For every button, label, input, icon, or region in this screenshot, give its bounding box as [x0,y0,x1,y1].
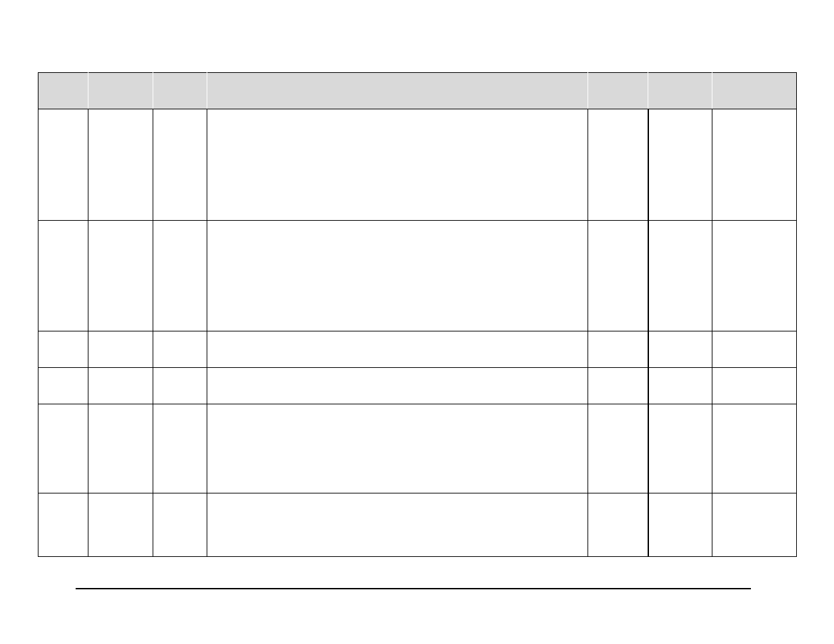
table-cell [207,493,588,557]
table-cell [712,331,797,368]
table-header-cell [712,73,797,109]
table-cell [88,109,153,221]
table-cell [153,221,207,331]
table-cell [88,221,153,331]
document-page [0,0,834,644]
table-cell [153,368,207,404]
main-table [38,72,797,557]
table-cell [207,368,588,404]
table-cell [588,404,648,493]
table-row [38,493,797,557]
footer-divider [76,588,751,589]
table-cell [712,109,797,221]
table-cell [648,109,712,221]
table-header-row [38,73,797,109]
table-cell [38,221,88,331]
table-cell [153,331,207,368]
table-cell [712,368,797,404]
table-cell [588,221,648,331]
table-header-cell [88,73,153,109]
table-cell [88,493,153,557]
table-cell [588,368,648,404]
table-cell [207,404,588,493]
table-cell [648,404,712,493]
table-cell [648,221,712,331]
table-header-cell [588,73,648,109]
table-cell [207,331,588,368]
table-cell [588,109,648,221]
table-header-cell [38,73,88,109]
table-cell [648,493,712,557]
table-cell [88,368,153,404]
table-header-cell [648,73,712,109]
table-cell [153,493,207,557]
table-cell [207,221,588,331]
table-cell [712,493,797,557]
table-row [38,404,797,493]
table-row [38,368,797,404]
table-cell [38,331,88,368]
table-cell [88,331,153,368]
table-row [38,109,797,221]
table-cell [712,221,797,331]
table-cell [153,404,207,493]
table-cell [588,493,648,557]
table-cell [207,109,588,221]
table-cell [38,109,88,221]
table-cell [648,368,712,404]
table-row [38,221,797,331]
table-cell [38,493,88,557]
table-cell [153,109,207,221]
table-row [38,331,797,368]
table-cell [588,331,648,368]
table-cell [38,368,88,404]
table-cell [712,404,797,493]
table-cell [88,404,153,493]
table-header-cell [207,73,588,109]
table-header-cell [153,73,207,109]
table-cell [648,331,712,368]
table-cell [38,404,88,493]
